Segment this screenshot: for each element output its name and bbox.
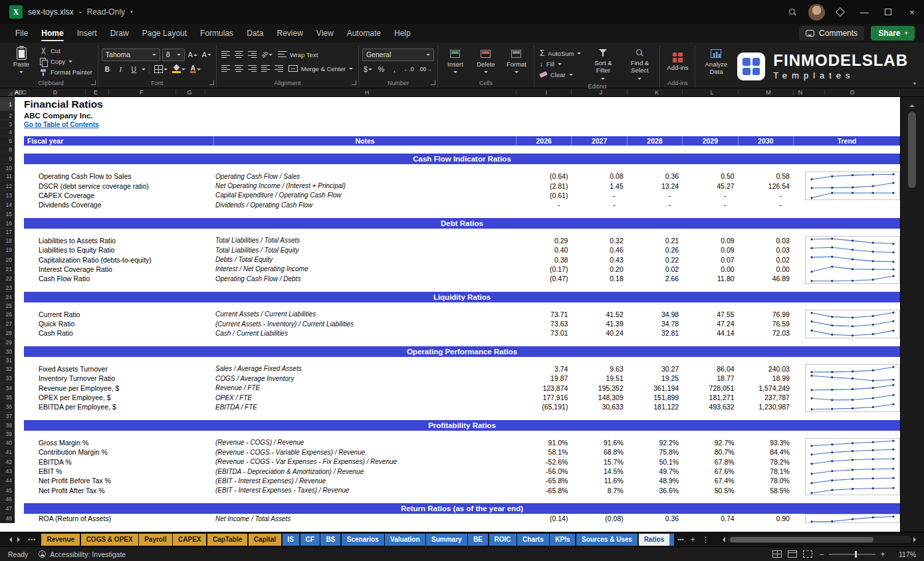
ratio-value-cell[interactable]: 44.14 [682,329,737,337]
trend-cell[interactable] [793,486,900,495]
trend-cell[interactable] [793,245,900,255]
align-middle-button[interactable] [233,49,245,60]
ratio-value-cell[interactable]: 58.1% [516,448,571,456]
addins-button[interactable]: Add-ins [663,50,691,73]
ratio-value-cell[interactable]: 0.07 [682,256,737,264]
analyze-data-button[interactable]: Analyze Data [699,47,733,77]
zoom-in-button[interactable]: + [879,550,886,559]
ratio-formula-cell[interactable]: Capital Expenditure / Operating Cash Flo… [213,191,516,199]
section-banner[interactable]: Liquidity Ratios [24,292,900,302]
more-sheets-button[interactable]: ••• [674,536,687,543]
ratio-value-cell[interactable]: 1.45 [571,182,626,190]
accessibility-status[interactable]: Accessibility: Investigate [39,550,126,558]
ratio-value-cell[interactable]: 195,352 [571,384,626,392]
ratio-value-cell[interactable]: 0.29 [516,237,571,245]
row-header-19[interactable]: 19 [0,245,15,255]
italic-button[interactable]: I [115,64,126,75]
ratio-value-cell[interactable]: 0.50 [682,172,737,180]
column-header-L[interactable]: L [710,88,713,97]
ratio-value-cell[interactable]: 46.89 [738,275,793,282]
section-banner[interactable]: Return Ratios (as of the year end) [24,503,900,514]
row-header-30[interactable]: 30 [0,346,15,357]
align-center-button[interactable] [233,63,245,74]
autosum-button[interactable]: ΣAutoSum [538,49,584,58]
font-name-combo[interactable]: Tahoma [102,49,160,61]
row-header-47[interactable]: 47 [0,503,15,514]
hscroll-right-icon[interactable] [913,537,919,542]
trend-cell[interactable] [793,457,900,466]
row-header-33[interactable]: 33 [0,374,15,383]
row-header-8[interactable]: 8 [0,146,15,154]
ratio-name-cell[interactable]: OPEX per Employee, $ [24,393,213,401]
ratio-value-cell[interactable]: 0.40 [516,246,571,254]
row-header-29[interactable]: 29 [0,338,15,346]
vertical-scrollbar-thumb[interactable] [908,112,916,188]
ratio-value-cell[interactable]: 67.6% [682,467,737,475]
ratio-value-cell[interactable]: (0.47) [516,275,571,282]
ratio-name-cell[interactable]: Net Profit After Tax % [24,487,213,495]
sheet-tab-cogs-opex[interactable]: COGS & OPEX [81,534,138,546]
decrease-indent-button[interactable] [260,63,271,74]
ratio-value-cell[interactable]: 45.27 [682,182,737,190]
ratio-formula-cell[interactable]: Debts / Total Equity [213,256,516,263]
ratio-name-cell[interactable]: Net Profit Before Tax % [24,477,213,485]
sheet-tab-bs[interactable]: BS [320,534,340,546]
ratio-formula-cell[interactable]: (Current Assets - Inventory) / Current L… [213,320,516,328]
sheet-tab-is[interactable]: IS [283,534,299,546]
ratio-value-cell[interactable]: 19.87 [516,374,571,382]
sort-filter-button[interactable]: Sort & Filter [586,45,620,83]
row-header-48[interactable]: 48 [0,514,15,523]
ratio-value-cell[interactable]: 30,633 [571,403,626,411]
ratio-value-cell[interactable]: 728,051 [682,384,737,392]
ratio-value-cell[interactable]: 92.7% [682,439,737,447]
orientation-button[interactable]: ab [260,49,274,60]
row-header-36[interactable]: 36 [0,402,15,411]
trend-cell[interactable] [793,181,900,190]
menu-tab-view[interactable]: View [310,26,340,41]
number-format-combo[interactable]: General [362,49,434,61]
borders-button[interactable] [153,64,169,75]
ratio-value-cell[interactable]: 0.22 [627,256,682,264]
ratio-formula-cell[interactable]: (Revenue - COGS) / Revenue [213,439,516,446]
row-header-44[interactable]: 44 [0,476,15,485]
ratio-formula-cell[interactable]: Cash / Current Liabilities [213,330,516,337]
ratio-value-cell[interactable]: (2.81) [516,182,571,190]
ratio-value-cell[interactable]: 18.77 [682,374,737,382]
row-header-38[interactable]: 38 [0,420,15,431]
menu-tab-data[interactable]: Data [241,26,269,41]
row-header-16[interactable]: 16 [0,218,15,229]
menu-tab-page-layout[interactable]: Page Layout [136,26,193,41]
ratio-formula-cell[interactable]: (EBIT - Interest Expenses - Taxes) / Rev… [213,487,516,494]
ratio-value-cell[interactable]: -65.8% [516,477,571,485]
account-avatar[interactable] [804,0,828,24]
fill-button[interactable]: ↓Fill [538,59,584,69]
sheet-tab-valuation[interactable]: Valuation [385,534,425,546]
ratio-name-cell[interactable]: Cash Flow Ratio [24,275,213,282]
sheet-tab-scenarios[interactable]: Scenarios [342,534,384,546]
ratio-value-cell[interactable]: 18.99 [738,374,793,382]
row-header-17[interactable]: 17 [0,229,15,236]
menu-tab-home[interactable]: Home [35,26,69,41]
trend-cell[interactable] [793,393,900,402]
ratio-value-cell[interactable]: 0.26 [627,246,682,254]
row-header-39[interactable]: 39 [0,431,15,438]
menu-tab-review[interactable]: Review [271,26,308,41]
collapse-ribbon-button[interactable]: ▾ [913,80,916,86]
ratio-value-cell[interactable]: 78.0% [738,477,793,485]
column-header-J[interactable]: J [600,88,603,97]
ratio-name-cell[interactable]: Revenue per Employee, $ [24,384,213,392]
header-trend[interactable]: Trend [793,136,900,146]
ratio-value-cell[interactable]: 0.38 [516,256,571,264]
worksheet[interactable]: 1Financial Ratios2ABC Company Inc.3Go to… [0,97,900,532]
ratio-value-cell[interactable]: 0.02 [738,256,793,264]
ratio-value-cell[interactable]: 0.90 [738,514,793,522]
row-header-42[interactable]: 42 [0,457,15,466]
page-break-view-button[interactable] [803,550,812,558]
ratio-name-cell[interactable]: Capitalization Ratio (debts-to-equity) [24,256,213,264]
ratio-value-cell[interactable]: 19.51 [571,374,626,382]
format-cells-button[interactable]: Format [503,47,530,77]
ratio-value-cell[interactable]: 41.52 [571,310,626,318]
row-header-2[interactable]: 2 [0,111,15,120]
ratio-value-cell[interactable]: 91.0% [516,439,571,447]
paste-button[interactable]: Paste [7,47,35,77]
